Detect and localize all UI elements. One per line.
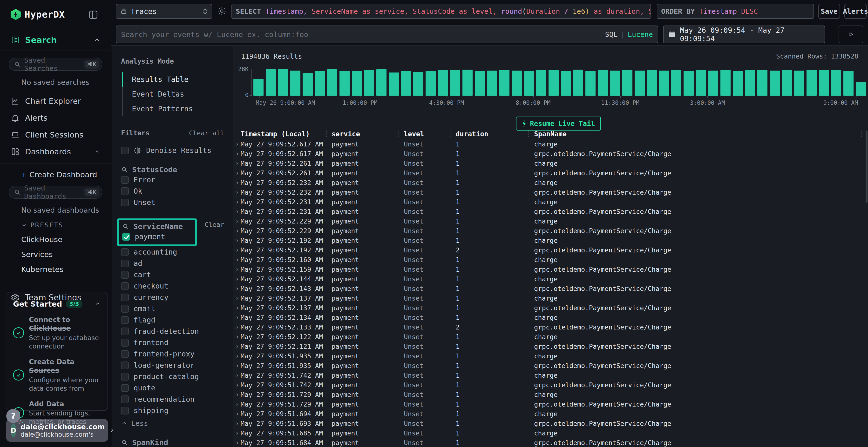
table-row[interactable]: ›May 27 9:09:52.160 AMpaymentUnset1charg…: [234, 255, 868, 265]
column-header-spanname[interactable]: SpanName: [534, 130, 868, 138]
histogram-bar[interactable]: [856, 82, 866, 96]
filter-option-shipping[interactable]: shipping: [121, 405, 227, 416]
histogram-bar[interactable]: [450, 70, 460, 96]
checkbox[interactable]: [122, 233, 130, 241]
table-row[interactable]: ›May 27 9:09:52.231 AMpaymentUnset1charg…: [234, 197, 868, 207]
filter-option-ok[interactable]: Ok: [121, 186, 227, 197]
histogram-bar[interactable]: [413, 72, 424, 96]
checkbox[interactable]: [121, 282, 129, 290]
sidebar-preset-services[interactable]: Services: [21, 250, 111, 259]
row-expand-chevron-icon[interactable]: ›: [234, 333, 241, 340]
histogram-bar[interactable]: [720, 70, 731, 96]
histogram-bar[interactable]: [831, 70, 841, 96]
row-expand-chevron-icon[interactable]: ›: [234, 256, 241, 263]
table-row[interactable]: ›May 27 9:09:52.229 AMpaymentUnset1grpc.…: [234, 226, 868, 236]
column-header-level[interactable]: level: [404, 130, 456, 138]
checkbox[interactable]: [121, 147, 129, 154]
row-expand-chevron-icon[interactable]: ›: [234, 323, 241, 331]
checkbox[interactable]: [121, 339, 129, 347]
histogram-bar[interactable]: [794, 71, 804, 96]
analysis-mode-event-patterns[interactable]: Event Patterns: [123, 101, 227, 116]
sidebar-collapse-icon[interactable]: [88, 9, 99, 20]
filter-option-error[interactable]: Error: [121, 174, 227, 185]
row-expand-chevron-icon[interactable]: ›: [234, 140, 241, 148]
histogram-bar[interactable]: [819, 70, 829, 96]
column-header-service[interactable]: service: [332, 130, 404, 138]
checkbox[interactable]: [121, 373, 129, 381]
table-row[interactable]: ›May 27 9:09:51.693 AMpaymentUnset1grpc.…: [234, 419, 868, 428]
histogram-bar[interactable]: [327, 69, 337, 96]
row-expand-chevron-icon[interactable]: ›: [234, 439, 241, 446]
column-resize-handle[interactable]: [451, 131, 452, 137]
save-button[interactable]: Save: [818, 4, 840, 19]
analysis-mode-event-deltas[interactable]: Event Deltas: [123, 87, 227, 101]
checkbox[interactable]: [121, 384, 129, 392]
filter-option-frontend-proxy[interactable]: frontend-proxy: [121, 348, 227, 359]
histogram-bar[interactable]: [610, 71, 620, 96]
histogram-bar[interactable]: [708, 71, 718, 96]
filter-option-currency[interactable]: currency: [121, 292, 227, 303]
sidebar-preset-kubernetes[interactable]: Kubernetes: [21, 265, 111, 274]
histogram-bar[interactable]: [315, 71, 325, 96]
filter-option-fraud-detection[interactable]: fraud-detection: [121, 326, 227, 337]
analysis-mode-results-table[interactable]: Results Table: [123, 72, 227, 87]
row-expand-chevron-icon[interactable]: ›: [234, 362, 241, 369]
row-expand-chevron-icon[interactable]: ›: [234, 391, 241, 398]
row-expand-chevron-icon[interactable]: ›: [234, 295, 241, 302]
histogram-bar[interactable]: [352, 71, 362, 96]
row-expand-chevron-icon[interactable]: ›: [234, 198, 241, 205]
histogram-bar[interactable]: [561, 71, 571, 96]
histogram-bar[interactable]: [278, 69, 288, 96]
sidebar-item-alerts[interactable]: Alerts: [0, 110, 111, 127]
histogram-bar[interactable]: [487, 71, 497, 96]
row-expand-chevron-icon[interactable]: ›: [234, 217, 241, 225]
saved-searches-input[interactable]: Saved Searches ⌘K: [9, 58, 102, 71]
create-dashboard-button[interactable]: + Create Dashboard: [21, 170, 111, 179]
histogram-bar[interactable]: [671, 70, 681, 96]
filter-option-load-generator[interactable]: load-generator: [121, 360, 227, 371]
checkbox[interactable]: [121, 316, 129, 324]
table-row[interactable]: ›May 27 9:09:52.133 AMpaymentUnset2grpc.…: [234, 322, 868, 332]
table-row[interactable]: ›May 27 9:09:51.935 AMpaymentUnset1grpc.…: [234, 361, 868, 370]
filter-option-recommendation[interactable]: recommendation: [121, 394, 227, 405]
row-expand-chevron-icon[interactable]: ›: [234, 169, 241, 176]
sidebar-preset-clickhouse[interactable]: ClickHouse: [21, 235, 111, 244]
histogram-bar[interactable]: [549, 70, 559, 96]
checkbox[interactable]: [121, 328, 129, 335]
show-less-toggle[interactable]: Less: [121, 419, 227, 427]
filter-option-cart[interactable]: cart: [121, 269, 227, 280]
table-row[interactable]: ›May 27 9:09:51.685 AMpaymentUnset1charg…: [234, 428, 868, 438]
denoise-results-checkbox[interactable]: Denoise Results: [121, 146, 227, 154]
row-expand-chevron-icon[interactable]: ›: [234, 381, 241, 388]
table-row[interactable]: ›May 27 9:09:51.684 AMpaymentUnset1grpc.…: [234, 438, 868, 447]
column-resize-handle[interactable]: [326, 131, 327, 137]
row-expand-chevron-icon[interactable]: ›: [234, 401, 241, 408]
histogram-bar[interactable]: [598, 70, 608, 96]
histogram-bar[interactable]: [696, 70, 706, 96]
table-row[interactable]: ›May 27 9:09:52.144 AMpaymentUnset1charg…: [234, 274, 868, 284]
row-expand-chevron-icon[interactable]: ›: [234, 150, 241, 157]
row-expand-chevron-icon[interactable]: ›: [234, 237, 241, 244]
histogram-bar[interactable]: [622, 70, 632, 96]
histogram-bar[interactable]: [266, 69, 276, 96]
table-row[interactable]: ›May 27 9:09:51.935 AMpaymentUnset1charg…: [234, 351, 868, 361]
table-row[interactable]: ›May 27 9:09:52.134 AMpaymentUnset1charg…: [234, 313, 868, 322]
column-resize-handle[interactable]: [398, 131, 399, 137]
table-row[interactable]: ›May 27 9:09:52.192 AMpaymentUnset1charg…: [234, 236, 868, 245]
vertical-scrollbar[interactable]: [866, 131, 868, 203]
histogram-bar[interactable]: [536, 70, 546, 96]
row-expand-chevron-icon[interactable]: ›: [234, 160, 241, 167]
row-expand-chevron-icon[interactable]: ›: [234, 304, 241, 311]
source-selector[interactable]: Traces: [116, 4, 212, 19]
checkbox[interactable]: [121, 305, 129, 313]
checkbox[interactable]: [121, 271, 129, 279]
checkbox[interactable]: [121, 407, 129, 414]
row-expand-chevron-icon[interactable]: ›: [234, 179, 241, 186]
row-expand-chevron-icon[interactable]: ›: [234, 420, 241, 427]
checkbox[interactable]: [121, 199, 129, 206]
histogram-bar[interactable]: [303, 73, 313, 96]
table-row[interactable]: ›May 27 9:09:52.137 AMpaymentUnset1grpc.…: [234, 303, 868, 313]
event-search-input[interactable]: Search your events w/ Lucene ex. column:…: [116, 26, 658, 43]
row-expand-chevron-icon[interactable]: ›: [234, 227, 241, 234]
checkbox[interactable]: [121, 294, 129, 301]
